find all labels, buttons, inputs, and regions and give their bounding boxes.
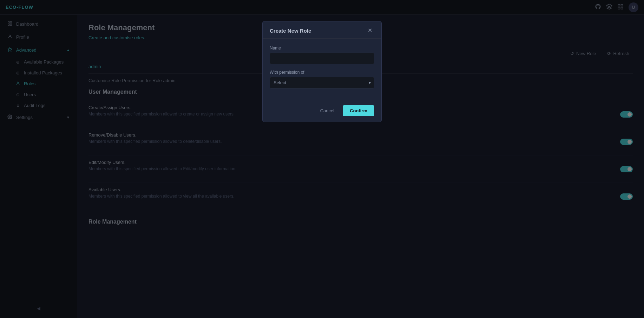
modal-overlay: Create New Role ✕ Name With permission o… (0, 0, 644, 318)
permission-select[interactable]: Select Admin Editor Viewer (270, 77, 374, 88)
modal-title: Create New Role (270, 28, 311, 34)
name-input[interactable] (270, 53, 374, 64)
modal-close-button[interactable]: ✕ (366, 27, 374, 34)
modal-footer: Cancel Confirm (263, 101, 381, 122)
confirm-button[interactable]: Confirm (343, 105, 374, 116)
permission-field-label: With permission of (270, 70, 374, 75)
name-field-label: Name (270, 46, 374, 51)
create-role-modal: Create New Role ✕ Name With permission o… (262, 21, 382, 122)
permission-select-wrapper: Select Admin Editor Viewer ▾ (270, 77, 374, 88)
modal-body: Name With permission of Select Admin Edi… (263, 39, 381, 101)
cancel-button[interactable]: Cancel (315, 105, 339, 116)
modal-header: Create New Role ✕ (263, 21, 381, 39)
